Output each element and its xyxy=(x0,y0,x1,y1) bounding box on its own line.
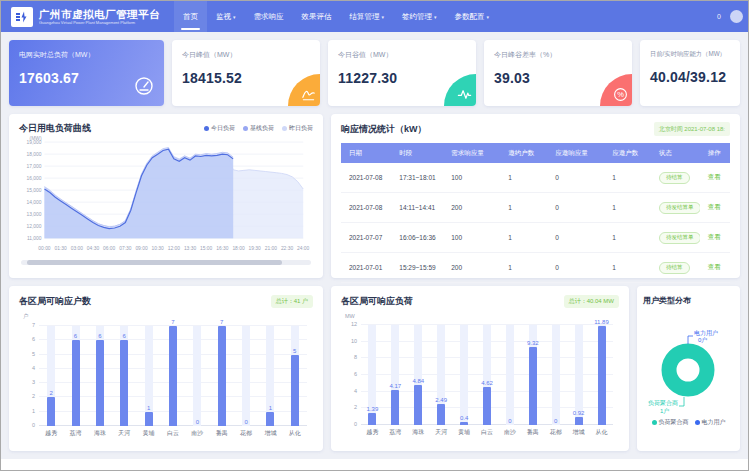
bar-fill[interactable] xyxy=(437,404,445,425)
svg-text:01:30: 01:30 xyxy=(55,246,68,251)
legend-item[interactable]: 电力用户 xyxy=(695,418,726,427)
view-link[interactable]: 查看 xyxy=(708,203,721,210)
chevron-down-icon: ▾ xyxy=(434,14,437,20)
table-cell: 2021-07-08 xyxy=(341,163,391,193)
table-row: 2021-07-0817:31~18:01100101待结算查看 xyxy=(341,163,730,193)
bar-fill[interactable] xyxy=(96,340,104,426)
svg-text:00:00: 00:00 xyxy=(38,246,51,251)
table-cell: 1 xyxy=(500,253,547,283)
table-cell: 2021-07-01 xyxy=(341,253,391,283)
nav-item-结算管理[interactable]: 结算管理▾ xyxy=(341,1,394,32)
nav-item-label: 结算管理 xyxy=(350,12,380,22)
column-header: 状态 xyxy=(651,143,700,163)
chevron-down-icon: ▾ xyxy=(233,14,236,20)
svg-text:13,000: 13,000 xyxy=(27,212,42,217)
bar-fill[interactable] xyxy=(368,413,376,425)
bar-value-label: 5 xyxy=(283,348,307,354)
table-row: 2021-07-0716:06~16:36100101待发结算单查看 xyxy=(341,223,730,253)
nav-item-label: 需求响应 xyxy=(254,12,284,22)
bar-fill[interactable] xyxy=(460,422,468,425)
bar-fill[interactable] xyxy=(529,347,537,425)
bar-value-label: 0 xyxy=(185,419,209,425)
view-link[interactable]: 查看 xyxy=(708,263,721,270)
response-table: 日期时段需求响应量邀约户数应邀响应量应邀户数状态操作 2021-07-0817:… xyxy=(341,143,730,283)
legend-label: 今日负荷 xyxy=(211,124,235,133)
svg-text:03:00: 03:00 xyxy=(71,246,84,251)
view-link[interactable]: 查看 xyxy=(708,173,721,180)
table-cell: 0 xyxy=(547,193,604,223)
chart-scrollbar[interactable] xyxy=(21,260,311,265)
kpi-card-grid-total-load: 电网实时总负荷（MW） 17603.67 xyxy=(9,40,164,106)
panel-title-user-type: 用户类型分布 xyxy=(643,295,734,306)
table-cell: 200 xyxy=(443,193,500,223)
svg-text:18:00: 18:00 xyxy=(232,246,245,251)
user-avatar[interactable] xyxy=(730,10,743,23)
column-header: 操作 xyxy=(700,143,730,163)
user-type-donut: 电力用户0户负荷聚合商1户 xyxy=(643,308,734,416)
bar-fill[interactable] xyxy=(414,385,422,425)
svg-text:15,000: 15,000 xyxy=(27,188,42,193)
legend-item[interactable]: 基线负荷 xyxy=(243,124,274,133)
kpi-label: 今日峰值（MW） xyxy=(182,50,310,60)
bar-fill[interactable] xyxy=(291,355,299,426)
bar-value-label: 2.49 xyxy=(430,397,453,403)
bar-fill[interactable] xyxy=(266,412,274,426)
svg-text:19:30: 19:30 xyxy=(249,246,262,251)
logo-icon xyxy=(11,7,33,27)
column-header: 日期 xyxy=(341,143,391,163)
nav-item-监视[interactable]: 监视▾ xyxy=(207,1,245,32)
svg-text:06:00: 06:00 xyxy=(103,246,116,251)
bar-fill[interactable] xyxy=(391,390,399,425)
svg-text:(MW): (MW) xyxy=(30,136,42,141)
user-type-panel: 用户类型分布 电力用户0户负荷聚合商1户 负荷聚合商电力用户 xyxy=(637,286,740,451)
scrollbar-thumb[interactable] xyxy=(27,260,282,265)
bar-value-label: 1.39 xyxy=(361,406,384,412)
nav-item-需求响应[interactable]: 需求响应 xyxy=(245,1,293,32)
svg-text:10:30: 10:30 xyxy=(152,246,165,251)
status-badge: 待发结算单 xyxy=(659,232,700,244)
bar-番禺: 9.32番禺 xyxy=(521,325,544,425)
bar-越秀: 1.39越秀 xyxy=(361,325,384,425)
nav-item-参数配置[interactable]: 参数配置▾ xyxy=(446,1,499,32)
app-title: 广州市虚拟电厂管理平台 xyxy=(39,8,160,20)
bar-track xyxy=(460,325,468,425)
bar-白云: 4.62白云 xyxy=(476,325,499,425)
bar-fill[interactable] xyxy=(120,340,128,426)
topbar-right: 0 xyxy=(717,10,738,23)
bar-花都: 0花都 xyxy=(234,326,258,426)
bar-fill[interactable] xyxy=(72,340,80,426)
total-users-badge: 总计：41 户 xyxy=(271,295,313,308)
bar-fill[interactable] xyxy=(47,397,55,426)
bar-value-label: 2 xyxy=(39,390,63,396)
bar-fill[interactable] xyxy=(145,412,153,426)
nav-item-签约管理[interactable]: 签约管理▾ xyxy=(393,1,446,32)
table-cell: 1 xyxy=(500,163,547,193)
legend-dot-icon xyxy=(243,126,248,131)
top-navbar: 广州市虚拟电厂管理平台 Guangzhou Virtual Power Plan… xyxy=(1,1,748,32)
table-cell: 1 xyxy=(604,223,651,253)
view-link[interactable]: 查看 xyxy=(708,233,721,240)
legend-item[interactable]: 昨日负荷 xyxy=(282,124,313,133)
svg-text:12,000: 12,000 xyxy=(27,224,42,229)
kpi-card-today-valley: 今日谷值（MW） 11227.30 xyxy=(328,40,476,106)
bar-track xyxy=(506,325,514,425)
nav-item-效果评估[interactable]: 效果评估 xyxy=(293,1,341,32)
district-users-panel: 各区局可响应户数 总计：41 户 户 01234567 2越秀6荔湾6海珠6天河… xyxy=(9,286,323,451)
bar-fill[interactable] xyxy=(483,387,491,426)
notification-count[interactable]: 0 xyxy=(717,13,721,20)
chevron-down-icon: ▾ xyxy=(382,14,385,20)
table-cell: 0 xyxy=(547,163,604,193)
nav-item-首页[interactable]: 首页 xyxy=(174,1,207,32)
bar-fill[interactable] xyxy=(218,326,226,426)
bar-fill[interactable] xyxy=(575,417,583,425)
legend-item[interactable]: 负荷聚合商 xyxy=(652,418,689,427)
bar-fill[interactable] xyxy=(169,326,177,426)
bar-track xyxy=(552,325,560,425)
bar-fill[interactable] xyxy=(598,326,606,425)
bar-越秀: 2越秀 xyxy=(39,326,63,426)
bar-value-label: 1 xyxy=(258,405,282,411)
row-bottom: 各区局可响应户数 总计：41 户 户 01234567 2越秀6荔湾6海珠6天河… xyxy=(9,286,740,451)
svg-text:12:00: 12:00 xyxy=(168,246,181,251)
legend-item[interactable]: 今日负荷 xyxy=(204,124,235,133)
bar-value-label: 7 xyxy=(210,319,234,325)
